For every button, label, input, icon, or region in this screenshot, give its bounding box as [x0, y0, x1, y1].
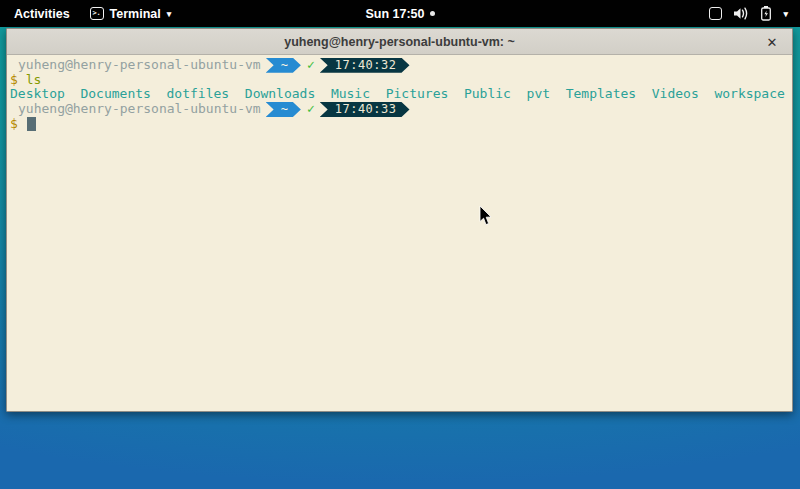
- prompt-line: yuheng@henry-personal-ubuntu-vm ~ ✓ 17:4…: [10, 58, 790, 73]
- volume-icon: [734, 7, 749, 20]
- top-bar: Activities >. Terminal ▾ Sun 17:50 ▾: [0, 0, 800, 27]
- system-status-area[interactable]: ▾: [709, 0, 800, 27]
- input-line[interactable]: $: [10, 117, 790, 132]
- prompt-user: yuheng@henry-personal-ubuntu-vm: [10, 102, 261, 117]
- app-menu-terminal[interactable]: >. Terminal ▾: [90, 7, 172, 21]
- powerline-cwd-segment: ~: [266, 102, 301, 117]
- screen-icon: [709, 7, 722, 20]
- terminal-content[interactable]: yuheng@henry-personal-ubuntu-vm ~ ✓ 17:4…: [7, 55, 792, 411]
- terminal-app-icon: >.: [90, 7, 104, 20]
- prompt-symbol: $: [10, 73, 18, 88]
- top-bar-left: Activities >. Terminal ▾: [0, 7, 171, 21]
- close-button[interactable]: ✕: [762, 32, 782, 52]
- command-line: $ ls: [10, 73, 790, 88]
- prompt-user: yuheng@henry-personal-ubuntu-vm: [10, 58, 261, 73]
- status-check-icon: ✓: [307, 102, 317, 117]
- powerline-cwd-segment: ~: [266, 58, 301, 73]
- status-check-icon: ✓: [307, 58, 317, 73]
- window-titlebar[interactable]: yuheng@henry-personal-ubuntu-vm: ~ ✕: [7, 29, 792, 55]
- chevron-down-icon: ▾: [783, 9, 788, 19]
- terminal-cursor: [27, 117, 36, 131]
- notification-dot-icon: [430, 11, 435, 16]
- chevron-down-icon: ▾: [167, 9, 172, 19]
- activities-button[interactable]: Activities: [10, 7, 74, 21]
- clock[interactable]: Sun 17:50: [365, 7, 424, 21]
- command-text: ls: [26, 73, 42, 88]
- terminal-window: yuheng@henry-personal-ubuntu-vm: ~ ✕ yuh…: [6, 28, 793, 412]
- prompt-line: yuheng@henry-personal-ubuntu-vm ~ ✓ 17:4…: [10, 102, 790, 117]
- window-title: yuheng@henry-personal-ubuntu-vm: ~: [284, 35, 515, 49]
- ls-output-line: Desktop Documents dotfiles Downloads Mus…: [10, 87, 790, 102]
- powerline-time-segment: 17:40:32: [320, 58, 410, 73]
- battery-charging-icon: [761, 6, 771, 21]
- app-menu-label: Terminal: [110, 7, 161, 21]
- prompt-symbol: $: [10, 117, 18, 132]
- powerline-time-segment: 17:40:33: [320, 102, 410, 117]
